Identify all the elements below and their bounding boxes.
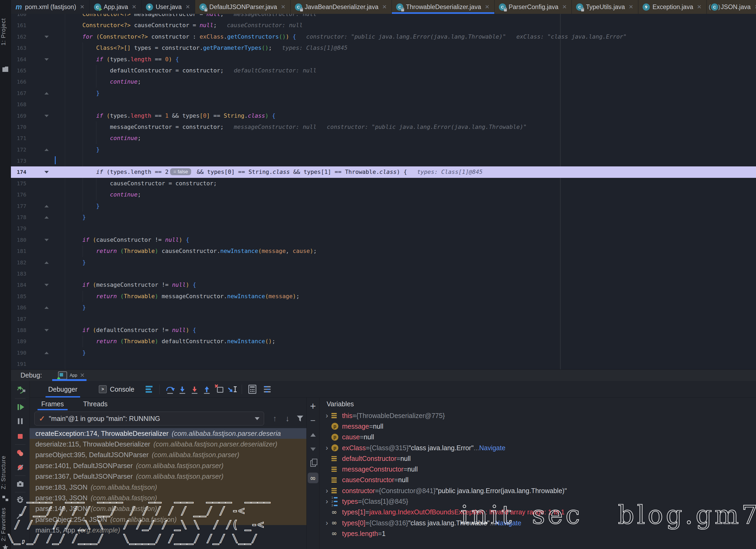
stack-frame-row[interactable]: deserialze:115, ThrowableDeserializer(co… <box>30 439 306 449</box>
line-number[interactable]: 170 <box>13 121 26 133</box>
variable-row[interactable]: ›constructor = {Constructor@841} "public… <box>319 485 756 496</box>
line-number[interactable]: 188 <box>13 325 26 336</box>
stack-frame-row[interactable]: parse:193, JSON(com.alibaba.fastjson) <box>30 493 306 503</box>
close-icon[interactable]: ✕ <box>132 4 137 10</box>
close-icon[interactable]: ✕ <box>281 4 286 10</box>
close-icon[interactable]: ✕ <box>186 4 190 10</box>
line-number[interactable]: 164 <box>13 54 26 65</box>
line-number[interactable]: 186 <box>13 302 26 313</box>
fold-end-icon[interactable] <box>44 306 49 309</box>
tab-app-java[interactable]: CApp.java✕ <box>90 0 142 14</box>
line-number[interactable]: 160 <box>13 14 26 20</box>
pause-button[interactable] <box>11 414 30 429</box>
fold-collapse-icon[interactable] <box>44 36 49 38</box>
tab-debugger[interactable]: Debugger <box>46 381 80 398</box>
stack-frame-row[interactable]: parse:1367, DefaultJSONParser(com.alibab… <box>30 471 306 482</box>
expand-chevron-icon[interactable]: › <box>322 444 331 452</box>
close-icon[interactable]: ✕ <box>80 372 85 379</box>
expand-chevron-icon[interactable]: › <box>322 519 331 527</box>
fold-end-icon[interactable] <box>44 92 49 95</box>
mute-breakpoints-button[interactable] <box>11 460 30 475</box>
close-icon[interactable]: ✕ <box>80 4 85 10</box>
fold-end-icon[interactable] <box>44 352 49 354</box>
line-number[interactable]: 179 <box>13 223 26 234</box>
pin-button[interactable] <box>11 508 30 522</box>
line-number[interactable]: 172 <box>13 144 26 155</box>
debug-session-tab[interactable]: App ✕ <box>54 370 89 381</box>
line-number[interactable]: 168 <box>13 99 26 110</box>
rerun-button[interactable] <box>11 383 30 398</box>
line-number[interactable]: 161 <box>13 20 26 31</box>
add-watch-button[interactable]: + <box>308 401 318 411</box>
line-number[interactable]: 171 <box>13 133 26 144</box>
frame-up-button[interactable]: ↑ <box>268 412 281 425</box>
variable-row[interactable]: ∞types[1] = java.lang.IndexOutOfBoundsEx… <box>319 507 756 518</box>
expand-chevron-icon[interactable]: › <box>322 487 331 495</box>
expand-chevron-icon[interactable]: › <box>322 497 331 506</box>
fold-end-icon[interactable] <box>44 216 49 219</box>
close-icon[interactable]: ✕ <box>629 4 634 10</box>
line-number[interactable]: 183 <box>13 268 26 279</box>
sidebar-item-project[interactable]: 1: Project <box>0 8 11 56</box>
move-down-button[interactable] <box>308 444 318 454</box>
close-icon[interactable]: ✕ <box>562 4 567 10</box>
navigate-link[interactable]: Navigate <box>479 444 506 452</box>
reset-frame-button[interactable] <box>213 383 225 395</box>
fold-end-icon[interactable] <box>44 149 49 151</box>
stack-frame-row[interactable]: main:15, App(org.example) <box>30 525 306 536</box>
fold-collapse-icon[interactable] <box>44 58 49 61</box>
sidebar-item-favorites[interactable]: 2: Favorites <box>0 505 11 544</box>
stack-frame-row[interactable]: parse:149, JSON(com.alibaba.fastjson) <box>30 503 306 514</box>
line-number[interactable]: 169 <box>13 110 26 121</box>
line-number[interactable]: 184 <box>13 279 26 290</box>
variable-row[interactable]: pmessage = null <box>319 421 756 432</box>
stack-frame-row[interactable]: parseObject:395, DefaultJSONParser(com.a… <box>30 450 306 460</box>
line-number[interactable]: 162 <box>13 31 26 42</box>
stack-frame-row[interactable]: createException:174, ThrowableDeserializ… <box>30 428 306 439</box>
variable-row[interactable]: ›pexClass = {Class@315} "class java.lang… <box>319 443 756 453</box>
line-number[interactable]: 173 <box>13 155 26 166</box>
stop-button[interactable] <box>11 429 30 444</box>
fold-end-icon[interactable] <box>44 261 49 264</box>
layout-bars-button[interactable] <box>143 383 155 395</box>
line-number[interactable]: 185 <box>13 291 26 302</box>
variable-row[interactable]: ›∞types[0] = {Class@316} "class java.lan… <box>319 518 756 528</box>
move-up-button[interactable] <box>308 429 318 440</box>
line-number[interactable]: 190 <box>13 347 26 358</box>
fold-collapse-icon[interactable] <box>44 171 49 173</box>
stack-frame-row[interactable]: parse:1401, DefaultJSONParser(com.alibab… <box>30 460 306 471</box>
variable-row[interactable]: pcause = null <box>319 432 756 443</box>
line-number[interactable]: 174 <box>13 166 26 178</box>
code-editor[interactable]: 160 Constructor<?> messageConstructor = … <box>11 14 756 369</box>
tab-frames[interactable]: Frames <box>38 398 68 410</box>
variable-row[interactable]: defaultConstructor = null <box>319 453 756 464</box>
line-number[interactable]: 191 <box>13 358 26 369</box>
thread-dump-button[interactable] <box>11 477 30 491</box>
variable-row[interactable]: ∞types.length = 1 <box>319 528 756 539</box>
variable-row[interactable]: causeConstructor = null <box>319 475 756 485</box>
line-number[interactable]: 165 <box>13 65 26 76</box>
stack-frame-row[interactable]: parse:183, JSON(com.alibaba.fastjson) <box>30 482 306 493</box>
tab-user-java[interactable]: User.java✕ <box>142 0 195 14</box>
tab-throwabledeserializer-java[interactable]: CThrowableDeserializer.java✕ <box>392 0 495 14</box>
copy-stack-button[interactable] <box>308 458 318 469</box>
line-number[interactable]: 166 <box>13 76 26 87</box>
fold-collapse-icon[interactable] <box>44 284 49 286</box>
close-icon[interactable]: ✕ <box>754 4 756 10</box>
variable-row[interactable]: ›this = {ThrowableDeserializer@775} <box>319 410 756 421</box>
tab-javabeandeserializer-java[interactable]: CJavaBeanDeserializer.java✕ <box>291 0 392 14</box>
line-number[interactable]: 176 <box>13 189 26 200</box>
line-number[interactable]: 181 <box>13 245 26 257</box>
line-number[interactable]: 163 <box>13 42 26 54</box>
close-icon[interactable]: ✕ <box>382 4 387 10</box>
line-number[interactable]: 187 <box>13 313 26 325</box>
line-number[interactable]: 175 <box>13 178 26 189</box>
sidebar-item-structure[interactable]: Z: Structure <box>0 453 11 493</box>
fold-collapse-icon[interactable] <box>44 329 49 331</box>
evaluate-expression-button[interactable] <box>246 383 258 395</box>
stack-frame-row[interactable]: parseObject:254, JSON(com.alibaba.fastjs… <box>30 514 306 525</box>
layout-settings-button[interactable] <box>261 383 273 395</box>
tab-threads[interactable]: Threads <box>79 398 111 410</box>
tab-typeutils-java[interactable]: CTypeUtils.java✕ <box>572 0 638 14</box>
fold-collapse-icon[interactable] <box>44 115 49 117</box>
